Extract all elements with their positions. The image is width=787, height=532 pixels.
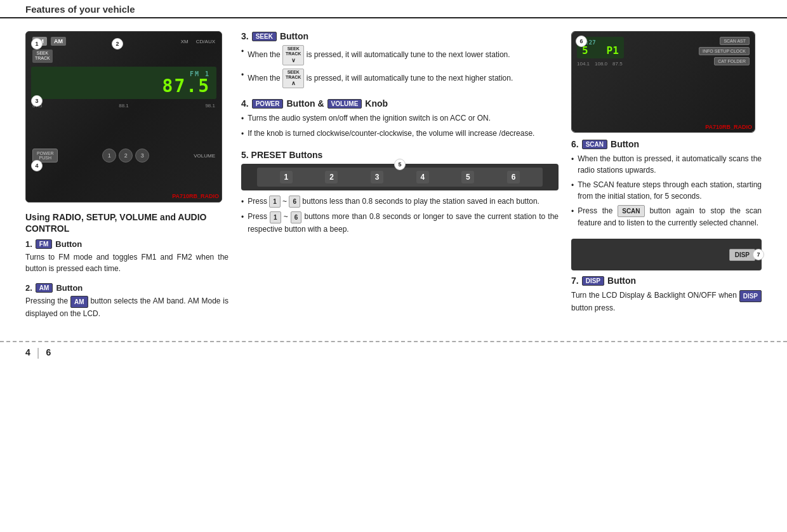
volume-label: VOLUME [194,153,215,159]
right-column: 4:27 5 P1 104.1 108.0 87.5 SCAN AST INFO… [571,31,762,328]
disp-image: DISP 7 [571,239,762,270]
item-am: 2. AM Button Pressing the AM button sele… [25,283,228,319]
section-title: Using RADIO, SETUP, VOLUME and AUDIO CON… [25,211,228,234]
radio-right-freq: 104.1 108.0 87.5 [577,61,624,67]
badge-1: 1 [31,38,43,50]
seek-bullet-2: When the SEEKTRACK∧ is pressed, it will … [241,69,559,89]
section-disp: 7. DISP Button Turn the LCD Display & Ba… [571,276,762,313]
badge-7: 7 [753,249,764,260]
cat-btn-right[interactable]: CAT FOLDER [714,57,750,65]
preset-3[interactable]: 3 [135,149,149,163]
power-btn-label: POWER [252,99,284,109]
disp-num: 7. [571,276,579,286]
preset-btn-6-end2: 6 [291,211,302,223]
badge-3: 3 [31,95,43,107]
scan-bullet-3: Press the SCAN button again to stop the … [571,205,762,229]
scan-btn-right[interactable]: SCAN AST [720,37,750,45]
scan-num: 6. [571,139,579,149]
preset-btn-1-start2: 1 [270,211,281,223]
item-2-prefix: 2. [25,283,32,293]
seek-bullets: When the SEEKTRACK∨ is pressed, it will … [241,45,559,88]
scan-suffix: Button [611,139,639,149]
seek-bullet-1: When the SEEKTRACK∨ is pressed, it will … [241,45,559,65]
item-fm-body: Turns to FM mode and toggles FM1 and FM2… [25,251,228,274]
info-btn-right[interactable]: INFO SETUP CLOCK [699,47,750,55]
seek-track-up-icon: SEEKTRACK∧ [282,69,305,89]
scan-inline-label: SCAN [618,205,644,217]
preset-bar-1[interactable]: 1 [280,171,293,183]
disp-btn-label: DISP [582,276,604,286]
preset-bullets: Press 1 ~ 6 buttons less than 0.8 second… [241,196,559,235]
am-badge: AM [51,37,66,46]
item-2-suffix: Button [56,283,83,293]
radio-right-top: 4:27 5 P1 104.1 108.0 87.5 SCAN AST INFO… [577,37,750,67]
preset-buttons: 1 2 3 [102,149,149,163]
seek-suffix: Button [280,31,308,41]
scan-btn-label: SCAN [582,140,607,149]
seek-track-btn[interactable]: SEEKTRACK [32,50,53,63]
preset-1[interactable]: 1 [102,149,116,163]
section-seek: 3. SEEK Button When the SEEKTRACK∨ is pr… [241,31,559,88]
badge-4: 4 [31,160,43,171]
seek-btn-label: SEEK [252,32,277,41]
fm-button-label: FM [36,239,52,249]
preset-bar-5[interactable]: 5 [461,171,474,183]
preset-2[interactable]: 2 [119,149,133,163]
item-fm-heading: 1. FM Button [25,239,228,249]
scan-bullets: When the button is pressed, it automatic… [571,153,762,229]
power-suffix: Knob [365,98,388,109]
disp-button-image[interactable]: DISP [729,249,755,261]
radio-left-label: PA710RB_RADIO [172,193,219,199]
radio-face-left: FM AM XM CD/AUX SEEKTRACK FM 1 87.5 87.5… [26,32,222,202]
scan-bullet-1: When the button is pressed, it automatic… [571,153,762,176]
power-bullets: Turns the audio system on/off when the i… [241,112,559,140]
radio-display-left: FM 1 87.5 [31,67,216,99]
radio-freq-row: 87.5 88.1 98.1 [26,102,222,110]
preset-bullet-1: Press 1 ~ 6 buttons less than 0.8 second… [241,196,559,208]
power-bullet-2: If the knob is turned clockwise/counter-… [241,128,559,140]
seek-heading: 3. SEEK Button [241,31,559,41]
footer-page-right: 6 [46,347,51,357]
power-bullet-1: Turns the audio system on/off when the i… [241,112,559,124]
scan-bullet-2: The SCAN feature steps through each stat… [571,179,762,202]
disp-heading: 7. DISP Button [571,276,762,286]
radio-bottom: POWERPUSH 1 2 3 VOLUME [26,110,222,202]
radio-image-left: FM AM XM CD/AUX SEEKTRACK FM 1 87.5 87.5… [25,31,222,203]
preset-bullet-2: Press 1 ~ 6 buttons more than 0.8 second… [241,211,559,234]
power-num: 4. [241,98,249,109]
item-1-prefix: 1. [25,239,32,249]
page-footer: 4 | 6 [0,341,787,363]
item-fm: 1. FM Button Turns to FM mode and toggle… [25,239,228,274]
volume-btn-label: VOLUME [327,99,362,109]
section-preset: 5. PRESET Buttons 5 1 2 3 4 5 6 Press 1 … [241,150,559,235]
preset-bar: 1 2 3 4 5 6 [257,168,543,187]
section-scan: 6. SCAN Button When the button is presse… [571,139,762,229]
page-content: FM AM XM CD/AUX SEEKTRACK FM 1 87.5 87.5… [0,18,787,335]
middle-column: 3. SEEK Button When the SEEKTRACK∨ is pr… [241,31,559,328]
preset-title: 5. PRESET Buttons [241,150,322,160]
right-display-station: 5 P1 [582,46,619,56]
am-button-label: AM [36,283,53,293]
radio-right-btns: SCAN AST INFO SETUP CLOCK CAT FOLDER [699,37,750,65]
preset-bar-6[interactable]: 6 [507,171,520,183]
am-inline-label: AM [70,296,88,308]
scan-heading: 6. SCAN Button [571,139,762,149]
left-column: FM AM XM CD/AUX SEEKTRACK FM 1 87.5 87.5… [25,31,228,328]
seek-track-down-icon: SEEKTRACK∨ [282,45,305,65]
radio-controls-top: FM AM XM CD/AUX [26,32,222,48]
seek-num: 3. [241,31,249,41]
badge-5: 5 [394,159,406,170]
power-heading: 4. POWER Button & VOLUME Knob [241,98,559,109]
item-am-heading: 2. AM Button [25,283,228,293]
disp-body: Turn the LCD Display & Backlight ON/OFF … [571,289,762,313]
item-am-body: Pressing the AM button selects the AM ba… [25,295,228,319]
section-power: 4. POWER Button & VOLUME Knob Turns the … [241,98,559,140]
preset-image: 5 1 2 3 4 5 6 [241,164,559,190]
disp-inline-label: DISP [739,290,762,302]
preset-bar-4[interactable]: 4 [416,171,429,183]
preset-bar-3[interactable]: 3 [371,171,383,183]
radio-freq-main: 87.5 [37,77,210,95]
cdaux-label: CD/AUX [196,39,215,44]
preset-bar-2[interactable]: 2 [325,171,338,183]
badge-2: 2 [112,38,123,50]
